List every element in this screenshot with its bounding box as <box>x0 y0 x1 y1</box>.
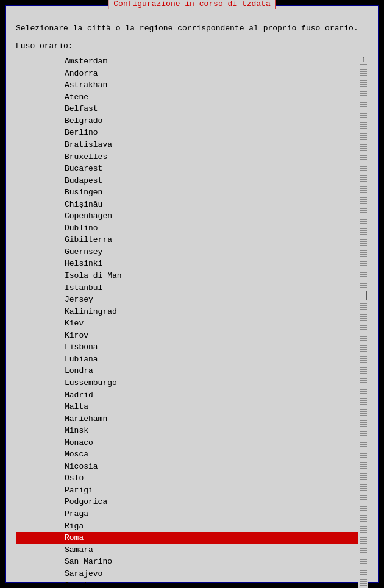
list-item[interactable]: Dublino <box>16 222 358 235</box>
list-item[interactable]: Sarajevo <box>16 568 358 580</box>
list-item[interactable]: Busingen <box>16 186 358 199</box>
list-item[interactable]: Budapest <box>16 175 358 187</box>
list-item[interactable]: Andorra <box>16 68 358 80</box>
list-item[interactable]: Bucarest <box>16 163 358 175</box>
list-item[interactable]: Podgorica <box>16 496 358 508</box>
dialog-window: Configurazione in corso di tzdata Selezi… <box>5 5 379 583</box>
list-item[interactable]: Saratov <box>16 579 358 588</box>
scroll-track[interactable] <box>360 64 367 588</box>
list-item[interactable]: Isola di Man <box>16 270 358 282</box>
list-item[interactable]: Jersey <box>16 294 358 306</box>
list-item[interactable]: Bratislava <box>16 139 358 151</box>
list-item[interactable]: Berlino <box>16 127 358 139</box>
city-list-inner[interactable]: AmsterdamAndorraAstrakhanAteneBelfastBel… <box>16 55 358 588</box>
list-item[interactable]: Istanbul <box>16 282 358 294</box>
city-listbox[interactable]: AmsterdamAndorraAstrakhanAteneBelfastBel… <box>16 55 358 588</box>
list-item[interactable]: Gibilterra <box>16 234 358 246</box>
list-item[interactable]: Monaco <box>16 437 358 449</box>
list-item[interactable]: Kaliningrad <box>16 306 358 318</box>
list-item[interactable]: Kiev <box>16 317 358 330</box>
list-item[interactable]: Praga <box>16 508 358 520</box>
list-container: AmsterdamAndorraAstrakhanAteneBelfastBel… <box>16 55 368 588</box>
list-item[interactable]: Nicosia <box>16 461 358 473</box>
list-item[interactable]: Samara <box>16 544 358 556</box>
list-item[interactable]: San Marino <box>16 556 358 568</box>
list-item[interactable]: Mariehamn <box>16 413 358 425</box>
list-item[interactable]: Madrid <box>16 389 358 402</box>
list-item[interactable]: Mosca <box>16 448 358 461</box>
list-item[interactable]: Londra <box>16 365 358 377</box>
list-item[interactable]: Parigi <box>16 484 358 497</box>
description-text: Selezionare la città o la regione corris… <box>16 23 368 34</box>
list-item[interactable]: Minsk <box>16 425 358 437</box>
scroll-thumb[interactable] <box>360 291 367 300</box>
list-item[interactable]: Chișinău <box>16 199 358 211</box>
list-item[interactable]: Roma <box>16 532 358 544</box>
list-item[interactable]: Malta <box>16 401 358 413</box>
list-item[interactable]: Atene <box>16 91 358 104</box>
list-item[interactable]: Guernsey <box>16 246 358 258</box>
title-bar: Configurazione in corso di tzdata <box>108 0 276 9</box>
fuso-label: Fuso orario: <box>16 41 368 51</box>
list-item[interactable]: Lubiana <box>16 353 358 366</box>
list-item[interactable]: Belfast <box>16 103 358 115</box>
list-item[interactable]: Copenhagen <box>16 210 358 222</box>
list-item[interactable]: Kirov <box>16 330 358 342</box>
list-item[interactable]: Lisbona <box>16 341 358 353</box>
content-area: Selezionare la città o la regione corris… <box>6 16 378 588</box>
scrollbar[interactable]: ↑ ↓ <box>358 55 368 588</box>
scroll-up-arrow[interactable]: ↑ <box>359 55 368 64</box>
list-item[interactable]: Belgrado <box>16 115 358 127</box>
list-item[interactable]: Helsinki <box>16 258 358 270</box>
list-item[interactable]: Amsterdam <box>16 55 358 68</box>
list-item[interactable]: Astrakhan <box>16 79 358 91</box>
list-item[interactable]: Lussemburgo <box>16 377 358 389</box>
list-item[interactable]: Oslo <box>16 472 358 484</box>
list-item[interactable]: Bruxelles <box>16 151 358 163</box>
list-item[interactable]: Riga <box>16 520 358 533</box>
